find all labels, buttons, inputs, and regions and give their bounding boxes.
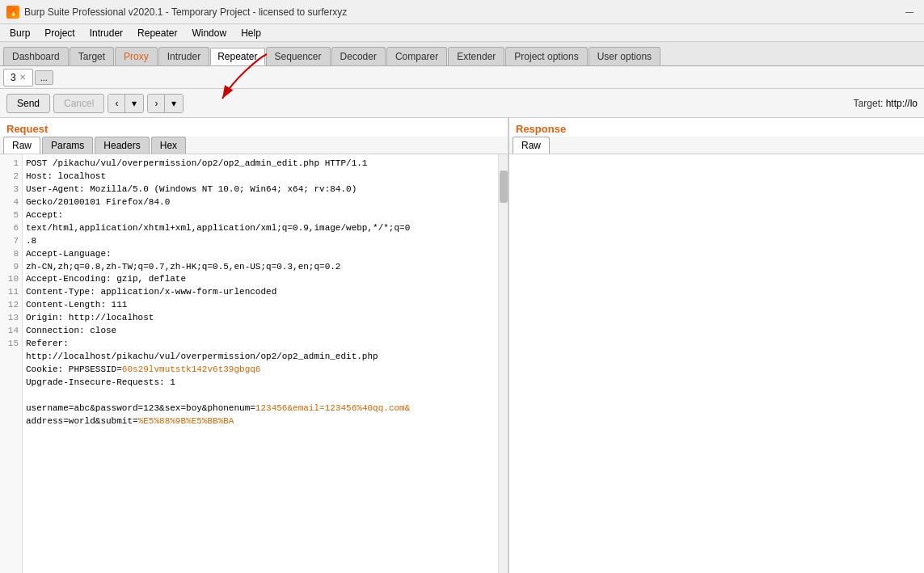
window-title: Burp Suite Professional v2020.1 - Tempor… xyxy=(24,6,347,18)
tab-decoder[interactable]: Decoder xyxy=(331,47,386,65)
response-panel-tabs: Raw xyxy=(509,137,924,154)
request-tab-params[interactable]: Params xyxy=(42,137,93,154)
app-icon: 🔥 xyxy=(6,6,19,19)
nav-fwd-dropdown[interactable]: ▾ xyxy=(165,95,183,112)
response-panel: Response Raw xyxy=(509,118,924,573)
repeater-tab-3-close[interactable]: ✕ xyxy=(19,73,26,82)
send-button[interactable]: Send xyxy=(6,94,50,113)
repeater-tab-3[interactable]: 3 ✕ xyxy=(3,69,33,86)
tab-repeater[interactable]: Repeater xyxy=(210,48,264,65)
response-tab-raw[interactable]: Raw xyxy=(513,137,550,154)
response-content xyxy=(509,154,924,573)
menu-item-window[interactable]: Window xyxy=(185,26,233,40)
content-area: Request Raw Params Headers Hex 1 2 3 4 5… xyxy=(0,118,924,573)
tab-intruder[interactable]: Intruder xyxy=(158,47,209,65)
nav-fwd-group: › ▾ xyxy=(147,94,184,113)
menu-item-intruder[interactable]: Intruder xyxy=(83,26,129,40)
menu-item-repeater[interactable]: Repeater xyxy=(131,26,184,40)
repeater-tab-bar: 3 ✕ ... xyxy=(0,66,924,89)
tab-comparer[interactable]: Comparer xyxy=(386,47,447,65)
response-panel-title: Response xyxy=(509,118,924,137)
request-scrollbar[interactable] xyxy=(498,154,508,573)
scroll-thumb[interactable] xyxy=(500,171,508,203)
tab-target[interactable]: Target xyxy=(70,47,114,65)
request-tab-headers[interactable]: Headers xyxy=(95,137,149,154)
menu-item-burp[interactable]: Burp xyxy=(3,26,36,40)
line-numbers: 1 2 3 4 5 6 7 8 9 10 11 12 13 14 15 xyxy=(0,154,23,573)
title-bar: 🔥 Burp Suite Professional v2020.1 - Temp… xyxy=(0,0,924,24)
repeater-tab-3-label: 3 xyxy=(11,72,16,83)
request-panel: Request Raw Params Headers Hex 1 2 3 4 5… xyxy=(0,118,509,573)
nav-back-dropdown[interactable]: ▾ xyxy=(125,95,143,112)
menu-bar: Burp Project Intruder Repeater Window He… xyxy=(0,24,924,42)
cancel-button[interactable]: Cancel xyxy=(53,94,104,113)
main-tab-bar: Dashboard Target Proxy Intruder Repeater… xyxy=(0,42,924,66)
request-tab-hex[interactable]: Hex xyxy=(151,137,186,154)
toolbar: Send Cancel ‹ ▾ › ▾ Target: http://lo xyxy=(0,89,924,118)
tab-user-options[interactable]: User options xyxy=(589,47,660,65)
request-panel-title: Request xyxy=(0,118,508,137)
tab-sequencer[interactable]: Sequencer xyxy=(266,47,331,65)
target-url: http://lo xyxy=(886,98,918,109)
minimize-button[interactable]: — xyxy=(901,6,918,19)
request-tab-raw[interactable]: Raw xyxy=(3,137,40,154)
request-content: 1 2 3 4 5 6 7 8 9 10 11 12 13 14 15 xyxy=(0,154,508,573)
repeater-tab-more[interactable]: ... xyxy=(35,70,53,85)
nav-back-group: ‹ ▾ xyxy=(108,94,144,113)
nav-back-button[interactable]: ‹ xyxy=(108,95,125,112)
nav-fwd-button[interactable]: › xyxy=(148,95,165,112)
tab-proxy[interactable]: Proxy xyxy=(115,47,158,65)
request-body[interactable]: POST /pikachu/vul/overpermission/op2/op2… xyxy=(23,154,498,573)
target-label: Target: http://lo xyxy=(854,98,918,109)
tab-project-options[interactable]: Project options xyxy=(505,47,587,65)
menu-item-project[interactable]: Project xyxy=(38,26,81,40)
window-controls: — xyxy=(901,6,918,19)
tab-dashboard[interactable]: Dashboard xyxy=(3,47,69,65)
tab-extender[interactable]: Extender xyxy=(448,47,504,65)
request-panel-tabs: Raw Params Headers Hex xyxy=(0,137,508,154)
menu-item-help[interactable]: Help xyxy=(234,26,268,40)
